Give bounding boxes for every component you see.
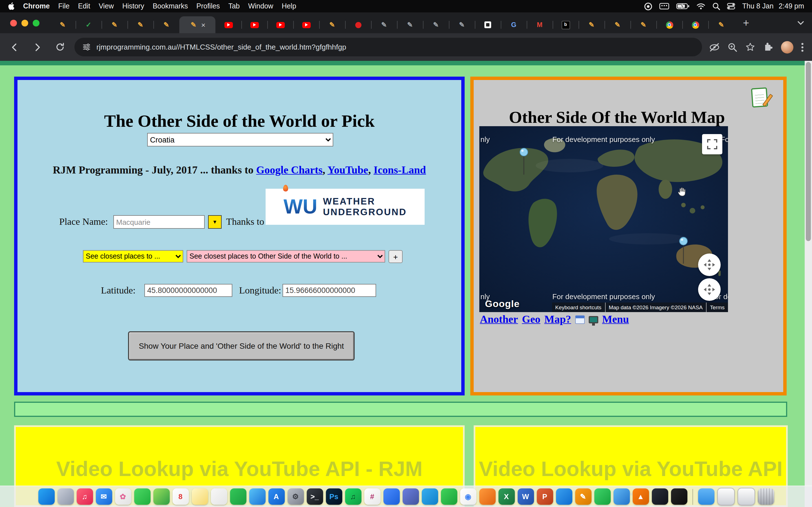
google-map[interactable]: nly For development purposes only Fo nly… <box>479 126 728 312</box>
spotlight-search-icon[interactable] <box>712 2 720 10</box>
dock-app-spotify-icon[interactable]: ♫ <box>345 489 361 505</box>
plus-button[interactable]: + <box>389 250 403 263</box>
browser-tab-26[interactable]: ✎ <box>708 16 734 33</box>
map-pin-1[interactable] <box>519 148 528 177</box>
forward-button[interactable] <box>29 39 45 55</box>
dock-minimized-window-1[interactable] <box>717 488 734 505</box>
apple-logo-icon[interactable] <box>8 2 15 10</box>
dock-app-reminders-icon[interactable] <box>211 489 227 505</box>
zoom-lens-icon[interactable] <box>727 42 738 52</box>
dock-app-firefox-icon[interactable] <box>479 489 495 505</box>
map-question-link[interactable]: Map? <box>545 313 571 326</box>
dock-trash-icon[interactable] <box>758 489 774 505</box>
menu-item-file[interactable]: File <box>58 2 69 10</box>
browser-tab-22[interactable]: ✎ <box>605 16 630 33</box>
dock-app-appstore-icon[interactable]: A <box>268 489 285 505</box>
country-select[interactable]: Croatia <box>147 133 333 147</box>
dock-app-calendar-icon[interactable]: 8 <box>172 489 189 505</box>
dock-app-settings-icon[interactable]: ⚙ <box>287 489 304 505</box>
dock-app-photos-icon[interactable]: ✿ <box>115 489 131 505</box>
browser-tab-12[interactable] <box>345 16 371 33</box>
longitude-input[interactable] <box>283 284 376 297</box>
zoom-window-button[interactable] <box>33 19 40 26</box>
dock-app-slack-icon[interactable]: # <box>364 489 380 505</box>
new-tab-button[interactable]: + <box>739 15 753 30</box>
browser-tab-6[interactable]: ✎× <box>179 16 215 33</box>
latitude-input[interactable] <box>144 284 232 297</box>
google-charts-link[interactable]: Google Charts <box>256 164 322 176</box>
browser-tab-15[interactable]: ✎ <box>423 16 449 33</box>
dock-app-maps-icon[interactable] <box>153 489 169 505</box>
battery-icon[interactable] <box>676 3 690 10</box>
monitor-mini-icon[interactable] <box>589 316 598 323</box>
menubar-app-name[interactable]: Chrome <box>23 2 50 10</box>
browser-tab-2[interactable]: ✓ <box>75 16 101 33</box>
minimize-window-button[interactable] <box>21 19 28 26</box>
window-mini-icon[interactable] <box>575 315 585 324</box>
dock-app-excel-icon[interactable]: X <box>498 489 515 505</box>
browser-tab-5[interactable]: ✎ <box>153 16 179 33</box>
menu-item-window[interactable]: Window <box>248 2 273 10</box>
browser-tab-8[interactable] <box>241 16 267 33</box>
browser-tab-14[interactable]: ✎ <box>397 16 423 33</box>
scrollbar-thumb[interactable] <box>806 62 811 241</box>
dock-app-safari-icon[interactable] <box>249 489 265 505</box>
extensions-puzzle-icon[interactable] <box>763 42 774 52</box>
browser-tab-13[interactable]: ✎ <box>371 16 397 33</box>
menu-item-help[interactable]: Help <box>282 2 296 10</box>
dock-app-chrome-icon[interactable]: ◉ <box>460 489 476 505</box>
another-link[interactable]: Another <box>480 313 518 326</box>
dock-app-notes-icon[interactable] <box>192 489 208 505</box>
dock-app-facetime-icon[interactable] <box>230 489 246 505</box>
kebab-menu-icon[interactable] <box>801 42 804 52</box>
menu-item-bookmarks[interactable]: Bookmarks <box>153 2 188 10</box>
close-window-button[interactable] <box>10 19 17 26</box>
map-pin-2[interactable] <box>679 237 688 266</box>
browser-tab-24[interactable] <box>656 16 682 33</box>
dock-app-terminal-icon[interactable]: >_ <box>306 489 323 505</box>
back-button[interactable] <box>7 39 22 55</box>
dock-minimized-window-2[interactable] <box>737 488 755 505</box>
tab-search-chevron-icon[interactable] <box>797 20 808 25</box>
browser-tab-4[interactable]: ✎ <box>128 16 153 33</box>
dock-app-numbers-icon[interactable] <box>594 489 610 505</box>
dock-app-zoom-icon[interactable] <box>383 489 400 505</box>
place-dropdown-button[interactable]: ▼ <box>208 215 221 229</box>
menu-item-profiles[interactable]: Profiles <box>197 2 220 10</box>
browser-tab-11[interactable]: ✎ <box>319 16 345 33</box>
browser-tab-1[interactable]: ✎ <box>50 16 75 33</box>
browser-tab-7[interactable] <box>215 16 241 33</box>
closest-other-side-select[interactable]: See closest places to Other Side of the … <box>187 250 385 263</box>
site-settings-tune-icon[interactable] <box>82 43 91 51</box>
page-scrollbar[interactable] <box>805 61 812 507</box>
geo-link[interactable]: Geo <box>522 313 540 326</box>
dock-app-mail-icon[interactable]: ✉ <box>96 489 112 505</box>
dock-app-photoshop-icon[interactable]: Ps <box>326 489 342 505</box>
menu-link[interactable]: Menu <box>602 313 629 326</box>
browser-tab-25[interactable] <box>682 16 708 33</box>
dock-app-pages-icon[interactable]: ✎ <box>575 489 591 505</box>
menu-item-view[interactable]: View <box>99 2 114 10</box>
dock-app-finder-icon[interactable] <box>38 489 54 505</box>
menu-item-history[interactable]: History <box>122 2 144 10</box>
dock-app-music-icon[interactable]: ♫ <box>77 489 93 505</box>
browser-tab-10[interactable] <box>293 16 319 33</box>
keyboard-shortcuts-link[interactable]: Keyboard shortcuts <box>552 302 605 312</box>
dock-app-vlc-icon[interactable]: ▲ <box>632 489 649 505</box>
map-terms-link[interactable]: Terms <box>706 302 728 312</box>
browser-tab-3[interactable]: ✎ <box>101 16 128 33</box>
menu-item-tab[interactable]: Tab <box>229 2 240 10</box>
icons-land-link[interactable]: Icons-Land <box>373 164 426 176</box>
browser-tab-17[interactable] <box>475 16 501 33</box>
dock-app-word-icon[interactable]: W <box>517 489 534 505</box>
dock-app-whatsapp-icon[interactable] <box>441 489 457 505</box>
profile-avatar[interactable] <box>781 41 794 53</box>
keyboard-icon[interactable] <box>659 3 669 10</box>
browser-tab-16[interactable]: ✎ <box>449 16 475 33</box>
dock-app-telegram-icon[interactable] <box>421 489 438 505</box>
dock-app-messages-icon[interactable] <box>134 489 150 505</box>
privacy-eye-off-icon[interactable] <box>709 42 720 52</box>
dock-app-steam-icon[interactable] <box>652 489 668 505</box>
dock-app-powerpoint-icon[interactable]: P <box>537 489 553 505</box>
map-pan-control-2[interactable] <box>698 278 721 301</box>
